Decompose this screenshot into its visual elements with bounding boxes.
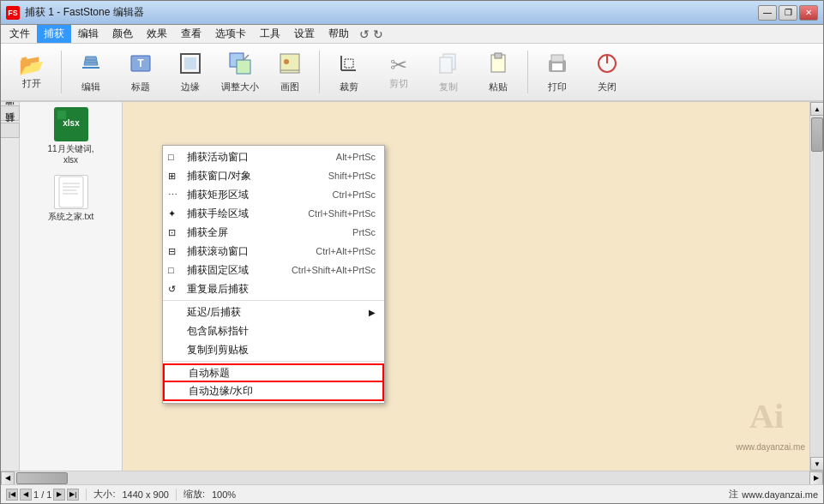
size-value: 1440 x 900 — [122, 489, 168, 500]
page-navigation: |◀ ◀ 1 / 1 ▶ ▶| — [6, 489, 79, 501]
menu-item-repeat[interactable]: ↺ 重复最后捕获 — [163, 279, 384, 298]
menu-item-include-cursor[interactable]: 包含鼠标指针 — [163, 321, 384, 340]
menu-help[interactable]: 帮助 — [322, 25, 356, 43]
redo-button[interactable]: ↻ — [373, 27, 383, 41]
toolbar-crop-button[interactable]: 裁剪 — [325, 47, 373, 97]
toolbar-close-button[interactable]: 关闭 — [583, 47, 631, 97]
item-shortcut: Ctrl+Alt+PrtSc — [316, 246, 376, 256]
menu-effect[interactable]: 效果 — [140, 25, 174, 43]
item-label: 捕获固定区域 — [187, 263, 249, 278]
menu-item-capture-scroll[interactable]: ⊟ 捕获滚动窗口 Ctrl+Alt+PrtSc — [163, 242, 384, 261]
menu-item-auto-border[interactable]: 自动边缘/水印 — [163, 382, 384, 401]
crop-icon — [337, 51, 361, 79]
sidebar-tab-browse[interactable]: 浏览 — [1, 105, 20, 121]
svg-rect-28 — [57, 111, 66, 119]
prev-page-button[interactable]: ◀ — [20, 489, 32, 501]
toolbar-title-button[interactable]: T 标题 — [117, 47, 165, 97]
status-right: 注 www.dayanzai.me — [729, 488, 818, 501]
menu-item-capture-fullscreen[interactable]: ⊡ 捕获全屏 PrtSc — [163, 223, 384, 242]
first-page-button[interactable]: |◀ — [6, 489, 18, 501]
menu-settings[interactable]: 设置 — [287, 25, 322, 43]
capture-window-icon: □ — [168, 152, 174, 162]
restore-button[interactable]: ❐ — [779, 5, 797, 21]
item-shortcut: Alt+PrtSc — [336, 152, 376, 162]
menu-item-capture-rect[interactable]: ⋯ 捕获矩形区域 Ctrl+PrtSc — [163, 185, 384, 204]
left-sidebar: 浏览 捕获 — [1, 102, 20, 471]
capture-obj-icon: ⊞ — [168, 171, 176, 182]
capture-full-icon: ⊡ — [168, 227, 176, 238]
toolbar-paste-button[interactable]: 粘贴 — [474, 47, 522, 97]
h-scroll-track[interactable] — [15, 471, 809, 485]
bottom-area: ◀ ▶ |◀ ◀ 1 / 1 ▶ ▶| 大小: 1440 x 900 缩放: 1… — [1, 471, 823, 503]
browse-panel: xlsx 11月关键词, xlsx — [20, 102, 123, 471]
page-indicator: 1 / 1 — [33, 489, 51, 500]
toolbar-print-button[interactable]: 打印 — [533, 47, 581, 97]
menu-item-capture-fixed[interactable]: □ 捕获固定区域 Ctrl+Shift+Alt+PrtSc — [163, 261, 384, 279]
menu-edit[interactable]: 编辑 — [71, 25, 105, 43]
menu-item-auto-title[interactable]: 自动标题 — [163, 363, 384, 382]
menu-item-capture-freehand[interactable]: ✦ 捕获手绘区域 Ctrl+Shift+PrtSc — [163, 204, 384, 223]
toolbar-border-button[interactable]: 边缘 — [166, 47, 214, 97]
toolbar-sep-2 — [319, 51, 320, 93]
toolbar-edit-button[interactable]: 编辑 — [67, 47, 115, 97]
menu-item-capture-window[interactable]: ⊞ 捕获窗口/对象 Shift+PrtSc — [163, 166, 384, 185]
menu-tool[interactable]: 工具 — [253, 25, 287, 43]
item-label: 自动标题 — [189, 366, 230, 381]
menu-item-capture-active-window[interactable]: □ 捕获活动窗口 Alt+PrtSc — [163, 147, 384, 166]
menu-item-delay[interactable]: 延迟/后捕获 ▶ — [163, 303, 384, 321]
next-page-button[interactable]: ▶ — [53, 489, 65, 501]
toolbar-cut-button[interactable]: ✂ 剪切 — [375, 47, 423, 97]
status-separator-2 — [176, 489, 177, 501]
h-scroll-thumb[interactable] — [16, 472, 68, 484]
resize-icon — [228, 51, 252, 79]
cut-icon: ✂ — [390, 55, 407, 75]
menu-item-copy-clipboard[interactable]: 复制到剪贴板 — [163, 340, 384, 359]
ai-watermark: Ai — [749, 396, 784, 436]
right-scrollbar: ▲ ▼ — [809, 102, 823, 471]
item-label: 捕获手绘区域 — [187, 207, 249, 221]
scroll-track[interactable] — [810, 116, 823, 457]
file-name: 11月关键词, xlsx — [48, 143, 94, 165]
minimize-button[interactable]: — — [758, 5, 777, 21]
undo-button[interactable]: ↺ — [359, 27, 370, 41]
website-url: www.dayanzai.me — [742, 489, 818, 500]
toolbar-resize-button[interactable]: 调整大小 — [216, 47, 264, 97]
item-label: 复制到剪贴板 — [187, 343, 249, 357]
item-shortcut: Ctrl+PrtSc — [333, 189, 376, 200]
crop-label: 裁剪 — [340, 81, 358, 93]
list-item[interactable]: xlsx 11月关键词, xlsx — [23, 105, 118, 166]
border-label: 边缘 — [181, 81, 200, 93]
menu-capture[interactable]: 捕获 — [37, 25, 71, 43]
file-name: 系统之家.txt — [48, 211, 93, 223]
sidebar-tab-capture[interactable]: 捕获 — [1, 123, 20, 138]
status-separator-1 — [86, 489, 87, 501]
scroll-up-button[interactable]: ▲ — [810, 102, 823, 116]
scroll-right-button[interactable]: ▶ — [809, 471, 823, 485]
svg-point-12 — [284, 59, 289, 64]
menu-tab[interactable]: 选项卡 — [208, 25, 253, 43]
menu-color[interactable]: 颜色 — [105, 25, 140, 43]
toolbar-draw-button[interactable]: 画图 — [266, 47, 314, 97]
toolbar-group-edit: 编辑 T 标题 边缘 — [67, 47, 314, 97]
open-label: 打开 — [22, 77, 41, 90]
svg-rect-23 — [551, 55, 563, 62]
scroll-left-button[interactable]: ◀ — [1, 471, 15, 485]
item-label: 延迟/后捕获 — [187, 305, 241, 320]
print-label: 打印 — [548, 81, 567, 93]
toolbar-open-button[interactable]: 📂 打开 — [8, 47, 56, 97]
browse-content: xlsx 11月关键词, xlsx — [20, 102, 122, 471]
cut-label: 剪切 — [389, 77, 408, 90]
menu-view[interactable]: 查看 — [174, 25, 208, 43]
list-item[interactable]: 系统之家.txt — [23, 173, 118, 225]
svg-rect-0 — [82, 67, 99, 69]
last-page-button[interactable]: ▶| — [67, 489, 79, 501]
scroll-down-button[interactable]: ▼ — [810, 457, 823, 471]
scroll-thumb[interactable] — [811, 117, 823, 152]
title-icon: T — [129, 51, 153, 79]
menu-file[interactable]: 文件 — [3, 25, 37, 43]
capture-fixed-icon: □ — [168, 265, 174, 275]
toolbar-group-left: 📂 打开 — [8, 47, 56, 97]
size-label: 大小: — [93, 488, 115, 501]
toolbar-copy-button[interactable]: 复制 — [424, 47, 472, 97]
close-button[interactable]: ✕ — [799, 5, 818, 21]
